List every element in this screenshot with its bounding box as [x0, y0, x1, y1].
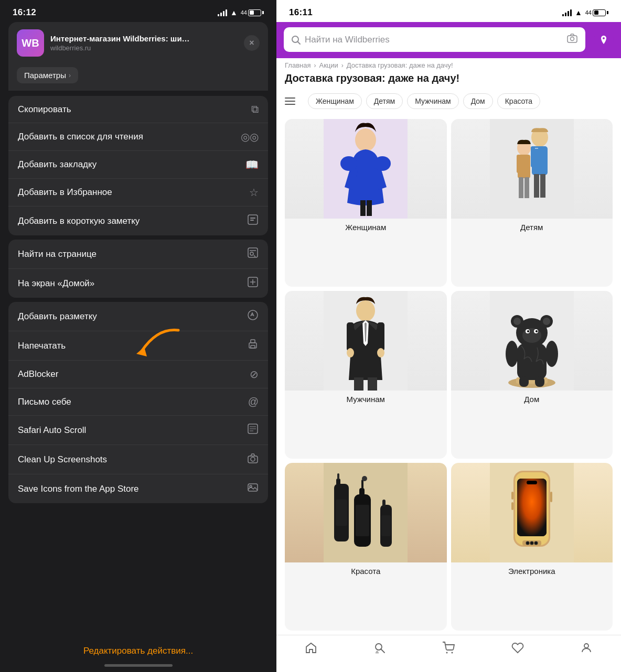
- tab-beauty[interactable]: Красота: [497, 93, 540, 109]
- svg-rect-1: [250, 218, 255, 219]
- add-home-icon: [247, 276, 259, 290]
- menu-item-adblocker[interactable]: AdBlocker ⊘: [8, 361, 268, 388]
- breadcrumb-home[interactable]: Главная: [285, 61, 310, 69]
- tab-kids[interactable]: Детям: [366, 93, 403, 109]
- product-card-beauty[interactable]: Красота: [285, 463, 447, 631]
- product-card-electronics[interactable]: Электроника: [451, 463, 613, 631]
- menu-item-save-icons[interactable]: Save Icons from the App Store: [8, 474, 268, 503]
- svg-rect-85: [336, 500, 347, 526]
- svg-point-65: [543, 318, 550, 325]
- product-card-kids[interactable]: Детям: [451, 119, 613, 287]
- product-image-women: [285, 119, 447, 219]
- search-bar[interactable]: Найти на Wildberries: [284, 27, 585, 52]
- nav-home[interactable]: [305, 642, 317, 657]
- wifi-icon: ▲: [230, 8, 238, 17]
- tab-women[interactable]: Женщинам: [308, 93, 362, 109]
- product-card-men[interactable]: Мужчинам: [285, 291, 447, 459]
- right-panel: 16:11 ▲ 44: [276, 0, 621, 672]
- product-card-home[interactable]: Дом: [451, 291, 613, 459]
- status-bar-right: 16:11 ▲ 44: [276, 0, 621, 22]
- time-right: 16:11: [289, 7, 313, 18]
- bottom-nav: [276, 635, 621, 672]
- adblocker-icon: ⊘: [250, 368, 259, 381]
- tab-home[interactable]: Дом: [463, 93, 493, 109]
- menu-item-favorites[interactable]: Добавить в Избранное ☆: [8, 179, 268, 207]
- location-button[interactable]: [594, 30, 614, 50]
- menu-item-bookmark[interactable]: Добавить закладку 📖: [8, 151, 268, 179]
- battery-right: 44: [585, 9, 608, 16]
- cart-icon: [442, 642, 455, 657]
- svg-point-100: [535, 542, 537, 544]
- menu-item-mail-self[interactable]: Письмо себе @: [8, 388, 268, 416]
- nav-search[interactable]: [373, 642, 386, 657]
- product-label-women: Женщинам: [345, 223, 386, 232]
- svg-rect-45: [517, 155, 520, 173]
- status-icons-right: ▲ 44: [562, 8, 608, 17]
- bookmark-icon: 📖: [245, 158, 259, 171]
- menu-item-copy[interactable]: Скопировать ⧉: [8, 96, 268, 123]
- tab-men[interactable]: Мужчинам: [407, 93, 458, 109]
- svg-line-105: [381, 649, 384, 653]
- breadcrumb-current: Доставка грузовая: даже на дачу!: [347, 61, 453, 69]
- svg-rect-84: [382, 500, 386, 507]
- svg-rect-56: [368, 377, 377, 391]
- menu-item-print[interactable]: Напечатать: [8, 331, 268, 361]
- product-image-home: [451, 291, 613, 391]
- svg-rect-78: [337, 473, 339, 480]
- menu-item-clean-screenshots[interactable]: Clean Up Screenshots: [8, 445, 268, 474]
- star-icon: ☆: [249, 186, 259, 199]
- svg-point-69: [527, 330, 529, 332]
- product-label-beauty: Красота: [351, 567, 380, 576]
- category-tabs: Женщинам Детям Мужчинам Дом Красота: [276, 89, 621, 115]
- svg-rect-52: [377, 322, 384, 351]
- menu-item-home-screen[interactable]: На экран «Домой»: [8, 269, 268, 298]
- app-info: Интернет-магазин Wildberries: широ... wi…: [50, 34, 238, 52]
- svg-point-33: [340, 156, 357, 171]
- params-button[interactable]: Параметры ›: [17, 67, 78, 83]
- nav-favorites[interactable]: [511, 642, 524, 657]
- search-nav-icon: [373, 642, 386, 657]
- svg-point-98: [527, 542, 529, 544]
- electronics-figure: [490, 463, 574, 562]
- svg-point-21: [251, 457, 255, 461]
- svg-rect-15: [251, 345, 255, 348]
- hamburger-line: [285, 104, 295, 105]
- breadcrumb-promotions[interactable]: Акции: [319, 61, 338, 69]
- location-icon: [598, 35, 609, 45]
- search-placeholder: Найти на Wildberries: [305, 35, 562, 45]
- status-icons-left: ▲ 44: [218, 8, 264, 17]
- profile-icon: [580, 642, 593, 657]
- svg-line-6: [254, 255, 255, 257]
- bear-figure: [490, 291, 574, 391]
- svg-point-30: [355, 128, 376, 151]
- svg-rect-80: [359, 488, 365, 496]
- svg-rect-87: [381, 515, 391, 536]
- svg-rect-73: [519, 376, 529, 387]
- close-button[interactable]: ×: [244, 35, 260, 51]
- product-card-women[interactable]: Женщинам: [285, 119, 447, 287]
- scroll-icon: [247, 423, 259, 437]
- menu-item-auto-scroll[interactable]: Safari Auto Scroll: [8, 416, 268, 445]
- svg-rect-47: [519, 177, 523, 198]
- menu-item-reading-list[interactable]: Добавить в список для чтения ◎◎: [8, 123, 268, 151]
- svg-rect-31: [360, 200, 366, 216]
- svg-point-34: [374, 156, 391, 171]
- edit-actions-link[interactable]: Редактировать действия...: [83, 646, 193, 656]
- nav-profile[interactable]: [580, 642, 593, 657]
- menu-item-markup[interactable]: Добавить разметку: [8, 302, 268, 331]
- heart-icon: [511, 642, 524, 657]
- svg-rect-86: [356, 505, 369, 536]
- note-icon: [247, 214, 259, 228]
- time-left: 16:12: [13, 7, 36, 18]
- wifi-right-icon: ▲: [575, 8, 582, 17]
- svg-rect-101: [550, 492, 552, 502]
- svg-point-64: [513, 318, 521, 325]
- product-label-men: Мужчинам: [347, 395, 385, 404]
- hamburger-line: [285, 101, 295, 102]
- hamburger-button[interactable]: [285, 92, 304, 111]
- menu-item-note[interactable]: Добавить в короткую заметку: [8, 207, 268, 235]
- wb-app-icon: WB: [17, 29, 44, 57]
- menu-item-find[interactable]: Найти на странице: [8, 240, 268, 269]
- status-bar-left: 16:12 ▲ 44: [0, 0, 276, 22]
- nav-cart[interactable]: [442, 642, 455, 657]
